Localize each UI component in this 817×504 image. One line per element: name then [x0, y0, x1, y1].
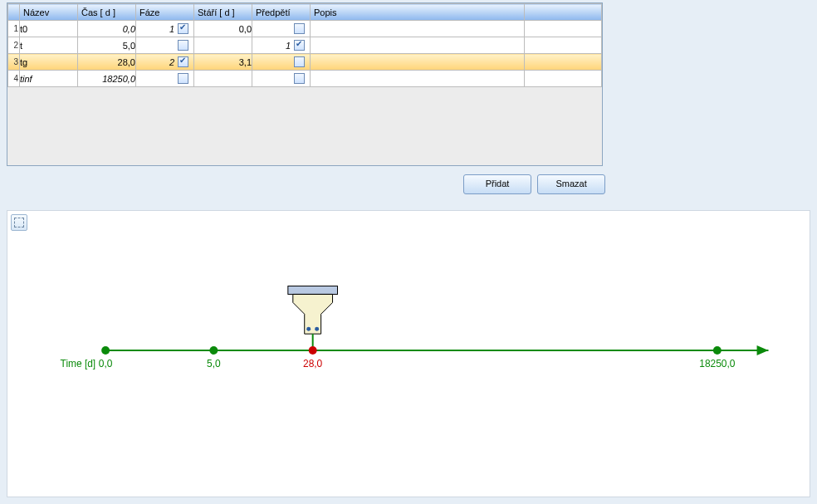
col-time[interactable]: Čas [ d ] — [78, 4, 136, 21]
table-body: 1t00,010,02t5,013tg28,023,14tinf18250,0 — [8, 21, 602, 87]
timeline-point-label: 18250,0 — [699, 358, 735, 369]
phase-checkbox[interactable] — [178, 56, 188, 67]
cell-age[interactable] — [194, 71, 252, 87]
row-number: 1 — [8, 21, 20, 37]
pre-checkbox[interactable] — [294, 73, 305, 84]
add-button[interactable]: Přidat — [463, 174, 531, 194]
cell-time[interactable]: 18250,0 — [78, 71, 136, 87]
cell-desc[interactable] — [311, 21, 525, 37]
phase-checkbox[interactable] — [178, 73, 188, 84]
timeline-point[interactable] — [713, 346, 722, 355]
cell-spacer — [525, 21, 602, 37]
table-empty-area — [7, 87, 602, 165]
table-header-row: Název Čas [ d ] Fáze Stáří [ d ] Předpět… — [8, 4, 602, 21]
cell-name[interactable]: t — [20, 37, 78, 54]
cell-desc[interactable] — [311, 54, 525, 71]
row-number: 4 — [8, 71, 20, 87]
cell-name[interactable]: t0 — [20, 21, 78, 37]
cell-time[interactable]: 28,0 — [78, 54, 136, 71]
cell-time[interactable]: 0,0 — [78, 21, 136, 37]
table-row[interactable]: 2t5,01 — [8, 37, 602, 54]
cell-phase[interactable] — [136, 37, 194, 54]
table-row[interactable]: 4tinf18250,0 — [8, 71, 602, 87]
col-desc[interactable]: Popis — [311, 4, 525, 21]
timeline-point-label: 0,0 — [99, 358, 113, 369]
cell-desc[interactable] — [311, 71, 525, 87]
col-age[interactable]: Stáří [ d ] — [194, 4, 252, 21]
cell-phase[interactable] — [136, 71, 194, 87]
timeline-axis-label: Time [d] — [61, 358, 96, 369]
cell-phase[interactable]: 2 — [136, 54, 194, 71]
col-name[interactable]: Název — [20, 4, 78, 21]
svg-marker-1 — [293, 294, 333, 334]
phases-table-container: Název Čas [ d ] Fáze Stáří [ d ] Předpět… — [7, 2, 603, 166]
table-row[interactable]: 3tg28,023,1 — [8, 54, 602, 71]
timeline-point[interactable] — [209, 346, 218, 355]
cell-phase[interactable]: 1 — [136, 21, 194, 37]
phases-table[interactable]: Název Čas [ d ] Fáze Stáří [ d ] Předpět… — [7, 3, 602, 87]
cell-name[interactable]: tg — [20, 54, 78, 71]
cell-spacer — [525, 71, 602, 87]
col-pre[interactable]: Předpětí — [252, 4, 311, 21]
svg-point-2 — [306, 327, 311, 331]
cell-pre[interactable] — [252, 21, 311, 37]
cell-spacer — [525, 54, 602, 71]
table-buttons: Přidat Smazat — [463, 174, 609, 194]
timeline-point-label: 5,0 — [207, 358, 221, 369]
svg-point-3 — [315, 327, 319, 331]
row-number: 3 — [8, 54, 20, 71]
svg-rect-0 — [288, 286, 338, 294]
table-row[interactable]: 1t00,010,0 — [8, 21, 602, 37]
col-phase[interactable]: Fáze — [136, 4, 194, 21]
col-rowhead — [8, 4, 20, 21]
timeline-svg: Time [d] 0,05,028,018250,0 — [7, 211, 810, 497]
cell-desc[interactable] — [311, 37, 525, 54]
cross-section-icon — [288, 286, 338, 346]
cell-spacer — [525, 37, 602, 54]
pre-checkbox[interactable] — [294, 23, 305, 34]
cell-time[interactable]: 5,0 — [78, 37, 136, 54]
pre-checkbox[interactable] — [294, 40, 305, 51]
pre-checkbox[interactable] — [294, 56, 305, 67]
phase-checkbox[interactable] — [178, 40, 188, 51]
cell-pre[interactable]: 1 — [252, 37, 311, 54]
cell-pre[interactable] — [252, 54, 311, 71]
cell-name[interactable]: tinf — [20, 71, 78, 87]
timeline-point[interactable] — [101, 346, 110, 355]
delete-button[interactable]: Smazat — [537, 174, 605, 194]
row-number: 2 — [8, 37, 20, 54]
cell-age[interactable] — [194, 37, 252, 54]
phase-checkbox[interactable] — [178, 23, 188, 34]
cell-age[interactable]: 3,1 — [194, 54, 252, 71]
cell-age[interactable]: 0,0 — [194, 21, 252, 37]
cell-pre[interactable] — [252, 71, 311, 87]
timeline-point[interactable] — [309, 346, 317, 355]
timeline-arrow-icon — [757, 345, 769, 355]
timeline-panel: Time [d] 0,05,028,018250,0 — [7, 210, 810, 497]
timeline-point-label: 28,0 — [303, 358, 323, 369]
col-last — [525, 4, 602, 21]
